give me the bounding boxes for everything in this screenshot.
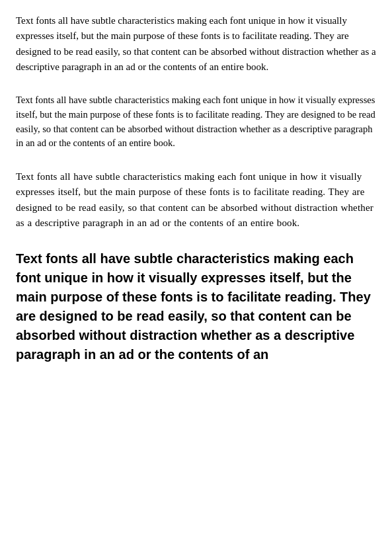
paragraph-block-3: Text fonts all have subtle characteristi… — [16, 169, 376, 231]
paragraph-text-2: Text fonts all have subtle characteristi… — [16, 93, 376, 151]
paragraph-text-3: Text fonts all have subtle characteristi… — [16, 169, 376, 231]
paragraph-block-2: Text fonts all have subtle characteristi… — [16, 93, 376, 151]
paragraph-text-4: Text fonts all have subtle characteristi… — [16, 249, 376, 364]
page-content: Text fonts all have subtle characteristi… — [16, 13, 376, 364]
paragraph-block-1: Text fonts all have subtle characteristi… — [16, 13, 376, 75]
paragraph-block-4: Text fonts all have subtle characteristi… — [16, 249, 376, 364]
paragraph-text-1: Text fonts all have subtle characteristi… — [16, 13, 376, 75]
